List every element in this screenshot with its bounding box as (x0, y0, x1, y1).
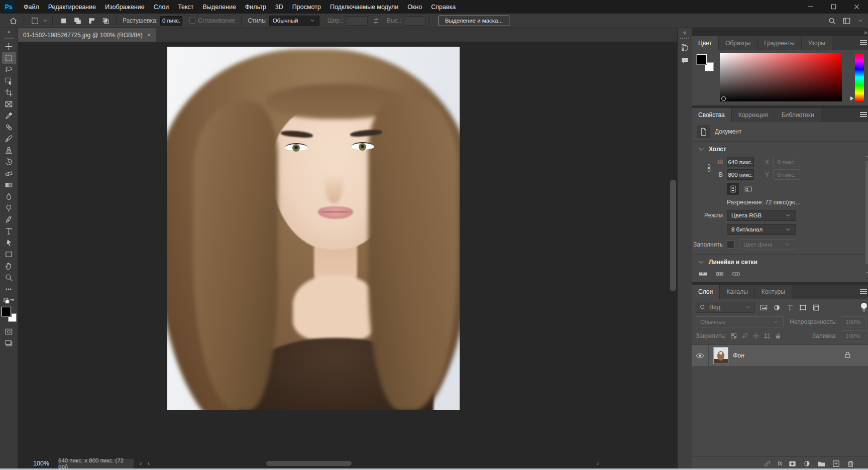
scroll-down-icon[interactable]: ⌄ (865, 269, 868, 274)
layer-list-empty-area[interactable] (692, 366, 868, 456)
rulers-icon[interactable] (699, 270, 707, 278)
workspace-icon[interactable] (842, 17, 851, 25)
lock-pixels-icon[interactable] (741, 332, 748, 339)
maximize-button[interactable] (822, 0, 845, 14)
horizontal-scrollbar-thumb[interactable] (266, 461, 352, 466)
comments-panel-icon[interactable] (678, 54, 692, 67)
hscroll-right-arrow[interactable]: › (597, 460, 599, 467)
crop-tool[interactable] (2, 87, 16, 98)
foreground-color-swatch[interactable] (2, 307, 11, 316)
smoothing-checkbox[interactable] (189, 18, 195, 24)
canvas-width-input[interactable]: 640 пикс. (727, 157, 754, 167)
layer-thumbnail[interactable] (713, 347, 728, 364)
move-tool[interactable] (2, 41, 16, 52)
rectangular-marquee-tool[interactable] (2, 52, 16, 64)
chevron-down-icon[interactable] (857, 17, 864, 24)
search-icon[interactable] (828, 17, 836, 25)
portrait-orientation-button[interactable] (727, 183, 739, 195)
panel-menu-icon[interactable] (860, 40, 867, 45)
filter-smart-objects-icon[interactable] (812, 303, 820, 312)
new-group-icon[interactable] (817, 459, 826, 468)
history-panel-icon[interactable] (678, 41, 692, 54)
panel-menu-icon[interactable] (860, 112, 867, 117)
layer-name[interactable]: Фон (733, 352, 744, 359)
type-tool[interactable] (2, 225, 16, 237)
hue-slider[interactable] (855, 53, 864, 101)
tab-patterns[interactable]: Узоры (802, 36, 832, 50)
new-selection-mode[interactable] (56, 15, 70, 27)
layer-filter-type-select[interactable]: Вид (696, 302, 755, 313)
object-selection-tool[interactable] (2, 75, 16, 87)
menu-filter[interactable]: Фильтр (241, 0, 271, 14)
screen-mode-button[interactable] (2, 337, 16, 349)
canvas-image[interactable] (167, 47, 460, 410)
menu-help[interactable]: Справка (426, 0, 460, 14)
dodge-tool[interactable] (2, 202, 16, 214)
tab-layers[interactable]: Слои (692, 285, 720, 299)
filter-pixel-layers-icon[interactable] (759, 303, 768, 312)
lock-all-icon[interactable] (775, 332, 782, 339)
link-dimensions-icon[interactable] (705, 164, 713, 174)
color-mode-select[interactable]: Цвета RGB (727, 210, 796, 221)
brush-tool[interactable] (2, 133, 16, 145)
foreground-color-swatch[interactable] (697, 54, 707, 64)
toolbar-expand-icon[interactable]: » (8, 29, 11, 36)
layer-row-background[interactable]: Фон (692, 345, 868, 366)
document-tab[interactable]: 01-1502-1985267725.jpg @ 100% (RGB/8#) × (18, 28, 156, 42)
filter-shape-layers-icon[interactable] (799, 303, 807, 312)
clone-stamp-tool[interactable] (2, 145, 16, 156)
subtract-from-selection-mode[interactable] (84, 15, 98, 27)
home-button[interactable] (6, 15, 20, 27)
rectangle-tool[interactable] (2, 249, 16, 260)
history-brush-tool[interactable] (2, 156, 16, 168)
swap-colors-control[interactable] (4, 298, 15, 306)
properties-scrollbar-thumb[interactable] (865, 161, 868, 264)
strip-grip[interactable] (680, 38, 689, 39)
select-and-mask-button[interactable]: Выделение и маска... (439, 16, 509, 26)
tab-paths[interactable]: Контуры (755, 285, 792, 299)
tab-adjustments[interactable]: Коррекция (732, 108, 775, 122)
tab-gradients[interactable]: Градиенты (757, 36, 801, 50)
layer-styles-icon[interactable]: fx (778, 460, 782, 467)
tab-channels[interactable]: Каналы (720, 285, 755, 299)
status-popup-chevron[interactable]: › (140, 460, 142, 467)
canvas-viewport[interactable] (18, 42, 677, 457)
zoom-level-field[interactable]: 100% (33, 460, 49, 467)
lock-position-icon[interactable] (752, 332, 759, 339)
menu-select[interactable]: Выделение (198, 0, 241, 14)
blur-tool[interactable] (2, 191, 16, 202)
panel-menu-icon[interactable] (860, 289, 867, 294)
vertical-scrollbar-thumb[interactable] (670, 180, 676, 291)
new-layer-icon[interactable] (832, 459, 840, 468)
delete-layer-icon[interactable] (846, 459, 855, 468)
grid-icon[interactable] (732, 270, 740, 278)
chevron-down-icon[interactable] (42, 17, 49, 24)
layer-visibility-cell[interactable] (692, 345, 709, 366)
hscroll-left-arrow[interactable]: ‹ (148, 460, 150, 467)
menu-window[interactable]: Окно (403, 0, 426, 14)
tab-close-icon[interactable]: × (147, 31, 151, 39)
eyedropper-tool[interactable] (2, 110, 16, 122)
section-collapse-icon[interactable] (698, 259, 705, 266)
eraser-tool[interactable] (2, 168, 16, 179)
lock-transparency-icon[interactable] (730, 332, 737, 339)
hue-slider-pointer[interactable] (850, 96, 853, 100)
pen-tool[interactable] (2, 214, 16, 225)
edit-toolbar-button[interactable]: ••• (2, 283, 16, 295)
menu-image[interactable]: Изображение (100, 0, 149, 14)
menu-type[interactable]: Текст (173, 0, 198, 14)
filter-adjustment-layers-icon[interactable] (773, 303, 781, 312)
collapse-panels-icon[interactable]: « (683, 29, 686, 36)
tab-properties[interactable]: Свойства (692, 108, 732, 122)
lasso-tool[interactable] (2, 64, 16, 75)
canvas-section-header[interactable]: Холст (692, 142, 868, 156)
new-adjustment-layer-icon[interactable] (803, 459, 811, 468)
intersect-selection-mode[interactable] (98, 15, 113, 27)
bit-depth-select[interactable]: 8 бит/канал (727, 224, 796, 235)
frame-tool[interactable] (2, 98, 16, 110)
filter-toggle-switch[interactable] (861, 303, 867, 312)
section-collapse-icon[interactable] (698, 146, 705, 153)
feather-input[interactable]: 0 пикс. (160, 16, 182, 26)
panel-fg-bg-swatches[interactable] (697, 54, 714, 71)
eye-icon[interactable] (696, 351, 704, 360)
